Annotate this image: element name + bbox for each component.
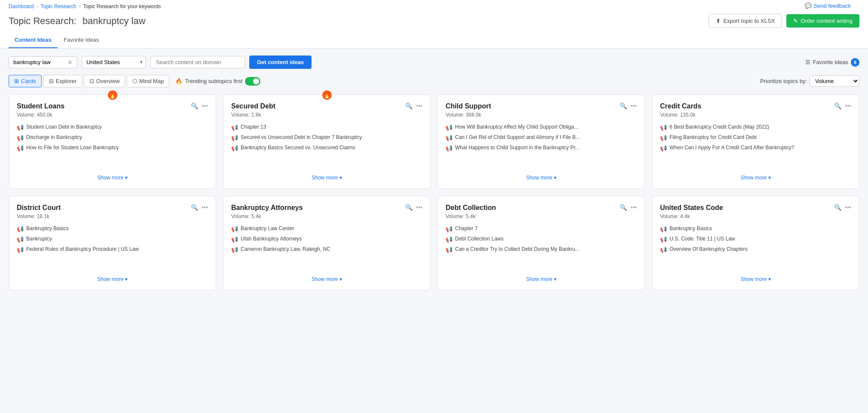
prioritize-select-wrap: Volume Efficiency Relevance [810, 75, 859, 87]
favorite-ideas-button[interactable]: ☰ Favorite Ideas 8 [805, 58, 859, 67]
order-content-button[interactable]: ✎ Order content writing [786, 14, 859, 28]
card-more-button[interactable]: ••• [416, 102, 422, 109]
card-search-button[interactable]: 🔍 [191, 102, 198, 109]
show-more-link[interactable]: Show more ▾ [17, 273, 208, 282]
card-item: 📢 When Can I Apply For A Credit Card Aft… [660, 145, 851, 151]
megaphone-icon: 📢 [660, 236, 667, 243]
card-actions: 🔍 ••• [191, 102, 208, 109]
card-item-text[interactable]: Bankruptcy Basics Secured vs. Unsecured … [241, 145, 355, 151]
card-item-text[interactable]: Discharge in Bankruptcy [26, 134, 82, 140]
card-search-button[interactable]: 🔍 [834, 204, 841, 211]
keyword-input[interactable] [13, 59, 65, 65]
card-district-court: District Court 🔍 ••• Volume: 18.1k 📢 Ban… [9, 196, 216, 290]
card-item: 📢 Bankruptcy Basics [660, 225, 851, 232]
show-more-link[interactable]: Show more ▾ [660, 273, 851, 282]
card-item-text[interactable]: How to File for Student Loan Bankruptcy [26, 145, 119, 151]
card-item: 📢 Cameron Bankruptcy Law, Raleigh, NC [231, 246, 422, 253]
card-more-button[interactable]: ••• [630, 102, 637, 109]
megaphone-icon: 📢 [17, 236, 24, 243]
card-items: 📢 Chapter 7 📢 Debt Collection Laws 📢 Can… [446, 225, 637, 268]
show-more-link[interactable]: Show more ▾ [231, 273, 422, 282]
clear-icon[interactable]: ✕ [67, 59, 73, 66]
view-cards-button[interactable]: ⊞ Cards [9, 75, 42, 87]
card-item-text[interactable]: Filing Bankruptcy for Credit Card Debt [669, 134, 757, 140]
card-item-text[interactable]: Can a Creditor Try to Collect Debt Durin… [455, 246, 579, 252]
card-item-text[interactable]: Bankruptcy [26, 236, 52, 242]
show-more-link[interactable]: Show more ▾ [446, 171, 637, 181]
card-item-text[interactable]: Bankruptcy Basics [669, 225, 712, 231]
megaphone-icon: 📢 [446, 236, 452, 243]
card-more-button[interactable]: ••• [845, 102, 851, 109]
card-search-button[interactable]: 🔍 [405, 204, 413, 211]
export-xlsx-button[interactable]: ⬆ Export topic to XLSX [709, 14, 782, 28]
card-more-button[interactable]: ••• [202, 102, 208, 109]
breadcrumb-sep1: › [37, 3, 38, 9]
tab-favorite-ideas[interactable]: Favorite Ideas [58, 32, 105, 48]
breadcrumb-sep2: › [79, 3, 80, 9]
card-debt-collection: Debt Collection 🔍 ••• Volume: 5.4k 📢 Cha… [437, 196, 645, 290]
card-more-button[interactable]: ••• [845, 204, 851, 211]
card-actions: 🔍 ••• [834, 102, 851, 109]
get-content-ideas-button[interactable]: Get content ideas [249, 55, 312, 69]
country-select[interactable]: United States United Kingdom Canada Aust… [82, 56, 146, 68]
card-item-text[interactable]: Chapter 13 [241, 124, 266, 130]
card-item-text[interactable]: Cameron Bankruptcy Law, Raleigh, NC [241, 246, 330, 252]
toggle-switch[interactable] [245, 77, 260, 86]
show-more-link[interactable]: Show more ▾ [660, 171, 851, 181]
card-item-text[interactable]: U.S. Code: Title 11 | US Law [669, 236, 735, 242]
card-header: District Court 🔍 ••• [17, 204, 208, 212]
card-title: Debt Collection [446, 204, 496, 212]
card-item-text[interactable]: When Can I Apply For A Credit Card After… [669, 145, 794, 151]
list-icon: ☰ [805, 59, 810, 65]
domain-search-input[interactable] [150, 56, 245, 68]
card-search-button[interactable]: 🔍 [620, 204, 627, 211]
megaphone-icon: 📢 [660, 226, 667, 232]
overview-icon: ⊡ [89, 78, 94, 84]
card-item-text[interactable]: Overview Of Bankruptcy Chapters [669, 246, 747, 252]
breadcrumb-topic-research[interactable]: Topic Research [41, 3, 76, 9]
show-more-link[interactable]: Show more ▾ [446, 273, 637, 282]
card-item-text[interactable]: How Will Bankruptcy Affect My Child Supp… [455, 124, 578, 130]
card-more-button[interactable]: ••• [202, 204, 208, 211]
card-search-button[interactable]: 🔍 [405, 102, 413, 109]
card-item-text[interactable]: Student Loan Debt in Bankruptcy [26, 124, 102, 130]
card-title: Child Support [446, 102, 491, 110]
card-item-text[interactable]: Bankruptcy Law Center [241, 225, 294, 231]
card-item-text[interactable]: Chapter 7 [455, 225, 478, 231]
card-item-text[interactable]: Can I Get Rid of Child Support and Alimo… [455, 134, 580, 140]
hot-badge: 🔥 [321, 89, 333, 101]
megaphone-icon: 📢 [231, 247, 238, 253]
breadcrumb-dashboard[interactable]: Dashboard [9, 3, 34, 9]
card-search-button[interactable]: 🔍 [620, 102, 627, 109]
export-icon: ⬆ [716, 18, 721, 24]
card-more-button[interactable]: ••• [416, 204, 422, 211]
send-feedback-label: Send feedback [813, 3, 851, 9]
show-more-link[interactable]: Show more ▾ [17, 171, 208, 181]
card-item-text[interactable]: Bankruptcy Basics [26, 225, 69, 231]
view-explorer-button[interactable]: ⊟ Explorer [43, 75, 82, 87]
card-item: 📢 6 Best Bankruptcy Credit Cards (May 20… [660, 124, 851, 131]
view-mindmap-button[interactable]: ⬡ Mind Map [127, 75, 169, 87]
card-item-text[interactable]: Federal Rules of Bankruptcy Procedure | … [26, 246, 139, 252]
card-more-button[interactable]: ••• [630, 204, 637, 211]
tab-content-ideas[interactable]: Content Ideas [9, 32, 58, 48]
card-item: 📢 Bankruptcy [17, 236, 208, 243]
card-search-button[interactable]: 🔍 [191, 204, 198, 211]
prioritize-select[interactable]: Volume Efficiency Relevance [810, 75, 859, 87]
card-item: 📢 Chapter 13 [231, 124, 422, 131]
card-item-text[interactable]: Secured vs Unsecured Debt in Chapter 7 B… [241, 134, 362, 140]
send-feedback-link[interactable]: 💬 Send feedback [805, 3, 851, 9]
megaphone-icon: 📢 [446, 247, 452, 253]
view-overview-button[interactable]: ⊡ Overview [84, 75, 125, 87]
card-item-text[interactable]: What Happens to Child Support in the Ban… [455, 145, 580, 151]
card-search-button[interactable]: 🔍 [834, 102, 841, 109]
card-item-text[interactable]: Utah Bankruptcy Attorneys [241, 236, 302, 242]
breadcrumb: Dashboard › Topic Research › Topic Resea… [9, 0, 859, 11]
card-items: 📢 Bankruptcy Basics 📢 Bankruptcy 📢 Feder… [17, 225, 208, 268]
card-actions: 🔍 ••• [620, 102, 637, 109]
megaphone-icon: 📢 [17, 247, 24, 253]
hot-badge: 🔥 [107, 89, 118, 101]
show-more-link[interactable]: Show more ▾ [231, 171, 422, 181]
card-item-text[interactable]: Debt Collection Laws [455, 236, 504, 242]
card-item-text[interactable]: 6 Best Bankruptcy Credit Cards (May 2022… [669, 124, 769, 130]
